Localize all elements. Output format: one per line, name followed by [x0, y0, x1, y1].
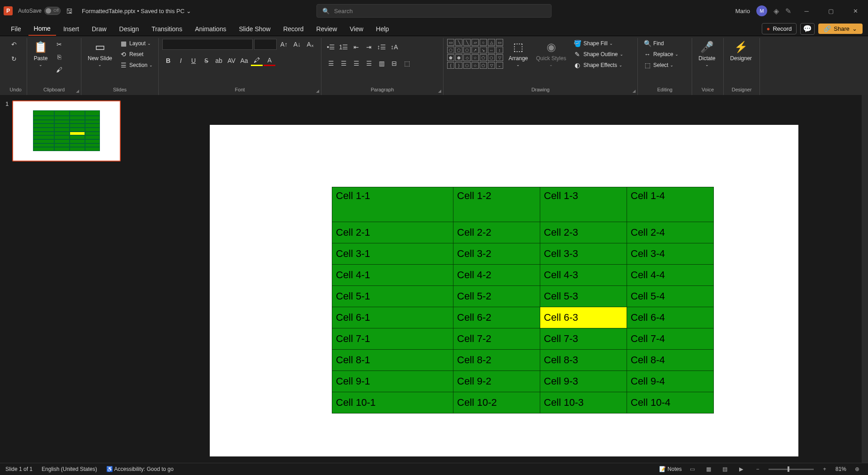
tab-animations[interactable]: Animations [189, 23, 231, 35]
tab-slideshow[interactable]: Slide Show [233, 23, 276, 35]
sorter-view-button[interactable]: ▦ [703, 465, 714, 474]
table-cell[interactable]: Cell 6-2 [453, 307, 540, 328]
section-button[interactable]: ☰Section⌄ [118, 61, 155, 70]
redo-button[interactable]: ↻ [8, 53, 20, 64]
table-cell[interactable]: Cell 10-3 [540, 392, 627, 413]
table-cell[interactable]: Cell 9-2 [453, 371, 540, 392]
table-cell[interactable]: Cell 6-3 [540, 307, 627, 328]
bold-button[interactable]: B [162, 55, 174, 66]
shadow-button[interactable]: ab [213, 55, 225, 66]
table-cell[interactable]: Cell 1-2 [453, 187, 540, 222]
clear-formatting-button[interactable]: Aₓ [304, 39, 316, 50]
minimize-button[interactable]: ─ [797, 4, 816, 18]
paste-button[interactable]: 📋 Paste⌄ [31, 39, 51, 68]
justify-button[interactable]: ☰ [363, 58, 375, 69]
slide-thumbnail-1[interactable] [12, 100, 121, 162]
slide-canvas[interactable]: Cell 1-1Cell 1-2Cell 1-3Cell 1-4Cell 2-1… [210, 125, 798, 456]
table-cell[interactable]: Cell 8-3 [540, 350, 627, 371]
shape-outline-button[interactable]: ✎Shape Outline⌄ [571, 50, 625, 59]
maximize-button[interactable]: ▢ [822, 4, 840, 18]
layout-button[interactable]: ▦Layout⌄ [118, 39, 155, 48]
align-center-button[interactable]: ☰ [338, 58, 349, 69]
undo-button[interactable]: ↶ [8, 39, 20, 50]
table-cell[interactable]: Cell 6-4 [627, 307, 714, 328]
table-cell[interactable]: Cell 9-1 [332, 371, 453, 392]
table-cell[interactable]: Cell 7-3 [540, 328, 627, 350]
user-name[interactable]: Mario [735, 8, 750, 14]
tab-insert[interactable]: Insert [58, 23, 85, 35]
table-cell[interactable]: Cell 10-4 [627, 392, 714, 413]
table-cell[interactable]: Cell 3-1 [332, 243, 453, 265]
normal-view-button[interactable]: ▭ [687, 465, 698, 474]
tab-view[interactable]: View [344, 23, 369, 35]
toggle-switch[interactable]: Off [44, 7, 61, 15]
table-cell[interactable]: Cell 8-4 [627, 350, 714, 371]
table-cell[interactable]: Cell 9-4 [627, 371, 714, 392]
reset-button[interactable]: ⟲Reset [118, 50, 155, 59]
tab-design[interactable]: Design [114, 23, 145, 35]
table-cell[interactable]: Cell 4-4 [627, 265, 714, 286]
tab-home[interactable]: Home [28, 22, 56, 36]
tab-transitions[interactable]: Transitions [146, 23, 188, 35]
cut-button[interactable]: ✂ [53, 39, 65, 50]
tab-help[interactable]: Help [371, 23, 395, 35]
strikethrough-button[interactable]: S̶ [200, 55, 212, 66]
numbering-button[interactable]: 1☰ [338, 42, 349, 52]
highlight-button[interactable]: 🖍 [251, 55, 263, 66]
text-direction-button[interactable]: ↕A [388, 42, 400, 52]
font-size-input[interactable] [254, 39, 277, 50]
table-cell[interactable]: Cell 2-4 [627, 222, 714, 243]
table-cell[interactable]: Cell 8-1 [332, 350, 453, 371]
fit-to-window-button[interactable]: ⊕ [852, 465, 863, 474]
new-slide-button[interactable]: ▭ New Slide⌄ [85, 39, 115, 68]
increase-indent-button[interactable]: ⇥ [363, 42, 375, 52]
autosave-toggle[interactable]: AutoSave Off [18, 7, 61, 15]
decrease-indent-button[interactable]: ⇤ [350, 42, 362, 52]
zoom-out-button[interactable]: − [752, 465, 763, 474]
table-cell[interactable]: Cell 7-1 [332, 328, 453, 350]
designer-button[interactable]: ⚡ Designer [727, 39, 755, 62]
table-cell[interactable]: Cell 5-4 [627, 286, 714, 307]
tab-file[interactable]: File [5, 23, 27, 35]
table-cell[interactable]: Cell 4-1 [332, 265, 453, 286]
search-input[interactable]: 🔍 Search [316, 4, 552, 18]
table-cell[interactable]: Cell 3-2 [453, 243, 540, 265]
table-cell[interactable]: Cell 10-2 [453, 392, 540, 413]
tab-record[interactable]: Record [278, 23, 309, 35]
table-cell[interactable]: Cell 6-1 [332, 307, 453, 328]
shape-fill-button[interactable]: 🪣Shape Fill⌄ [571, 39, 625, 48]
zoom-in-button[interactable]: + [819, 465, 830, 474]
slideshow-view-button[interactable]: ▶ [736, 465, 747, 474]
font-name-input[interactable] [162, 39, 253, 50]
table-cell[interactable]: Cell 1-3 [540, 187, 627, 222]
table-cell[interactable]: Cell 4-2 [453, 265, 540, 286]
tab-draw[interactable]: Draw [86, 23, 112, 35]
table-cell[interactable]: Cell 5-2 [453, 286, 540, 307]
font-color-button[interactable]: A [264, 55, 275, 66]
shape-effects-button[interactable]: ◐Shape Effects⌄ [571, 61, 625, 70]
table-cell[interactable]: Cell 3-3 [540, 243, 627, 265]
table-cell[interactable]: Cell 2-1 [332, 222, 453, 243]
close-button[interactable]: ✕ [846, 4, 864, 18]
shapes-gallery[interactable]: ▭╲╲▱○△▭ ⬡⬠⬡↗↘↔↕ ⬟⬢◇☆⬠⬡▽ {}⬡☆⬠▽⌄ [447, 39, 503, 69]
diamond-icon[interactable]: ◈ [774, 7, 779, 15]
share-button[interactable]: 🔗Share⌄ [818, 24, 863, 34]
italic-button[interactable]: I [175, 55, 187, 66]
vertical-scrollbar[interactable] [862, 95, 868, 475]
paragraph-launcher-icon[interactable]: ◢ [438, 89, 441, 93]
table-cell[interactable]: Cell 9-3 [540, 371, 627, 392]
table-cell[interactable]: Cell 1-1 [332, 187, 453, 222]
save-icon[interactable]: 🖫 [66, 7, 73, 15]
slide-thumbnail-panel[interactable]: 1 [0, 95, 140, 475]
underline-button[interactable]: U [188, 55, 199, 66]
copy-button[interactable]: ⎘ [53, 52, 65, 62]
reading-view-button[interactable]: ▤ [720, 465, 731, 474]
pen-icon[interactable]: ✎ [785, 7, 791, 15]
table-cell[interactable]: Cell 4-3 [540, 265, 627, 286]
find-button[interactable]: 🔍Find [642, 39, 680, 48]
table-cell[interactable]: Cell 2-2 [453, 222, 540, 243]
filename[interactable]: FormattedTable.pptx • Saved to this PC ⌄ [82, 8, 191, 14]
align-text-button[interactable]: ⊟ [388, 58, 400, 69]
table-cell[interactable]: Cell 1-4 [627, 187, 714, 222]
align-right-button[interactable]: ☰ [350, 58, 362, 69]
